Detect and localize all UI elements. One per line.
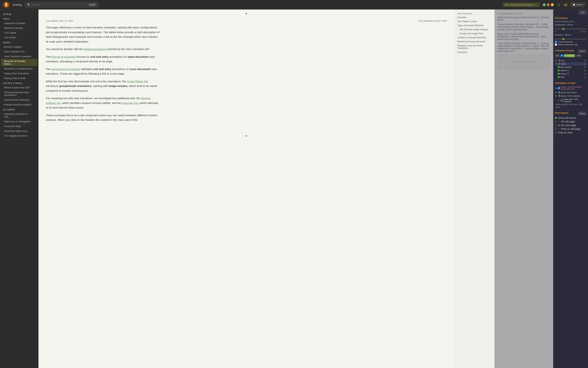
expand-icon: ▶	[556, 59, 558, 62]
filter-radio-all[interactable]	[555, 117, 557, 119]
sidebar-item-styling-view[interactable]: Styling View Transitions	[1, 71, 37, 76]
sidebar-item-structure-pseudo[interactable]: Structure of Pseudo-Eleme...	[1, 59, 37, 66]
reset-groups-button[interactable]: Reset	[578, 49, 587, 53]
in-viewport-checkbox[interactable]	[560, 55, 563, 57]
bsky-dot	[558, 76, 560, 78]
article-paragraph-5: While the first two sets demonstrate exi…	[46, 79, 159, 93]
sidebar-item-turn-signal-directions[interactable]: Turn Signal Directions	[1, 133, 37, 138]
filter-reset-button[interactable]: Reset	[578, 112, 587, 115]
tag-row: old in viewport new	[555, 54, 587, 57]
root-dot	[559, 60, 560, 61]
sidebar-item-turn-signal[interactable]: Turn-Signal	[1, 30, 37, 35]
sidebar-item-inspection-chamber[interactable]: Inspection Chamber	[1, 21, 37, 26]
tree-item-bsky[interactable]: bsky ⊞	[555, 75, 587, 79]
site-logo[interactable]: 🍺	[3, 1, 9, 8]
toc-item-delaying[interactable]: Delaying Cross Document Transitions	[454, 44, 495, 50]
sidebar-item-view-transition-examples[interactable]: View Transition Examples	[1, 54, 37, 59]
toc-item-groups-image[interactable]: Groups and Image-Pairs	[454, 32, 495, 36]
toc-item-types-pseudo[interactable]: Types of Pseudo-Elements	[454, 23, 495, 28]
sidebar-item-element-crossing[interactable]: Element Crossing	[1, 26, 37, 30]
sidebar-item-where-css[interactable]: Where to place the CSS	[1, 85, 37, 90]
article-paragraph-1: This page references a series of view tr…	[46, 25, 159, 44]
filter-new-page: On new page	[555, 124, 587, 127]
tag-old[interactable]: old	[555, 54, 560, 57]
tree-item-vtbag-h0[interactable]: vtbag-h-0 ⊞	[555, 72, 587, 75]
unselected-slider[interactable]	[555, 29, 587, 29]
sidebar-demos-label: All Demos	[0, 107, 38, 111]
named-elements-checkbox[interactable]	[555, 44, 557, 46]
filter-show-all: Show all names	[555, 116, 587, 119]
improved-set-link[interactable]: Improved Set	[122, 101, 138, 104]
filter-radio-old[interactable]	[555, 120, 557, 123]
filter-radio-only-new[interactable]	[555, 131, 557, 134]
sidebar-item-inspection-action[interactable]: Inspection Chamber in Acti...	[1, 112, 37, 119]
search-bar[interactable]: 🔍 Ctrl K	[25, 2, 98, 8]
filter-radio-only-old[interactable]	[555, 128, 557, 130]
topbar: 🍺 @vtbag 🔍 Ctrl K tions, hide old and ne…	[0, 0, 588, 9]
filter-swatch-new	[558, 124, 560, 126]
first-set-link[interactable]: first set of examples	[51, 55, 76, 58]
tree-item-vtbag-h1[interactable]: vtbag-h-1 ⊞	[555, 69, 587, 72]
content-area: ▲ Last updated: Nov 12, 2024 First publi…	[38, 9, 588, 368]
tree-item-title-heading[interactable]: title-heading ⊞	[555, 65, 587, 69]
filter-swatch-old	[558, 121, 560, 122]
slider-labels-unselected: 0 500 ms	[555, 31, 587, 33]
sidebar-item-state-loss[interactable]: State Loss on Navigation	[1, 119, 37, 124]
sidebar-item-mechanics-default[interactable]: Mechanics of Default Anim...	[1, 66, 37, 71]
filter-label-new: On new page	[561, 124, 576, 127]
sidebar-username[interactable]: @vtbag	[0, 12, 38, 16]
frame-elements-checkbox[interactable]	[555, 41, 557, 43]
sidebar-item-avoid-pointer[interactable]: Avoid Pointer Flickering	[1, 98, 37, 102]
nav-up-arrow[interactable]: ▲	[38, 9, 454, 17]
theme-selector[interactable]: 🔲 Auto ▾	[570, 2, 585, 7]
sidebar-item-playing-hide[interactable]: Playing Hide & Seek	[1, 76, 37, 81]
anim-group3-item[interactable]: ▶ group: CSS snapshot	[555, 94, 587, 98]
maximize-button[interactable]	[543, 3, 546, 6]
search-input[interactable]	[32, 3, 87, 6]
tree-label-vtbag-h1: vtbag-h-1	[560, 69, 569, 72]
tree-label-main: main	[561, 63, 565, 65]
tree-item-root[interactable]: ▶ root ⊞	[555, 59, 587, 62]
sidebar-item-preserved-state[interactable]: Preserved State	[1, 124, 37, 129]
filter-radio-new[interactable]	[555, 124, 557, 126]
toc-item-overview[interactable]: Overview	[454, 15, 495, 19]
anim-group1-item[interactable]: ▶ group: -ua-view-transition-group-anim-…	[555, 85, 587, 91]
image-morph-link[interactable]: Image Morph Set	[127, 80, 148, 83]
animations-of-main-title: Animations of main:	[555, 82, 587, 84]
tag-new[interactable]: new	[576, 54, 582, 57]
tag-in-viewport[interactable]: in viewport	[564, 54, 575, 57]
window-controls	[543, 3, 554, 6]
toc-item-theater-curtain[interactable]: The Theater Curtain	[454, 19, 495, 23]
sidebar-item-view-transition-api[interactable]: View Transition API	[1, 49, 37, 54]
group1-checkbox[interactable]	[558, 87, 560, 89]
minimize-button[interactable]	[551, 3, 554, 6]
article-paragraph-4: The second set of examples highlights ex…	[46, 67, 159, 76]
toc-item-footnotes[interactable]: Footnotes	[454, 50, 495, 54]
sidebar-item-browser-support[interactable]: Browser Support	[1, 45, 37, 49]
site-handle: @vtbag	[12, 3, 22, 6]
toc-item-rendering[interactable]: Rendering Pseudo-Elements	[454, 40, 495, 44]
sidebar: @vtbag Tools Inspection Chamber Element …	[0, 9, 38, 368]
unselected-row: Unselected: 128 ms	[555, 24, 587, 26]
butterfly-icon[interactable]: 🦋	[563, 3, 568, 7]
second-set-link[interactable]: second set of examples	[51, 67, 80, 71]
first-published: First published: Aug 20, 2024	[418, 20, 447, 22]
anim-group2-item[interactable]: ▶ group: live values	[555, 91, 587, 94]
close-button[interactable]	[547, 3, 550, 6]
unselected-value: 128 ms	[567, 24, 573, 26]
sidebar-item-preserved-state-exp[interactable]: Preserved State (exp.)	[1, 129, 37, 133]
github-icon[interactable]: ⌥	[557, 3, 560, 7]
sidebar-item-cam-shaft[interactable]: Cam-Shaft	[1, 35, 37, 40]
toc-item-creation[interactable]: Creation of Pseudo-Elements	[454, 36, 495, 40]
expand-group3: ▶	[556, 95, 558, 97]
toc-item-old-new-image[interactable]: Old and New Image Pseudos	[454, 28, 495, 32]
animation-groups-title: Animation Groups	[555, 49, 574, 52]
nav-down-arrow[interactable]: ▼	[38, 133, 454, 140]
exit-button[interactable]: Exit	[579, 10, 587, 15]
selected-slider[interactable]	[555, 39, 587, 39]
sidebar-item-flickering[interactable]: Flickering during morph animations?	[1, 90, 37, 97]
anim-image-pair-item[interactable]: ▼ image-pair: CSS snapshot	[555, 98, 587, 103]
tree-item-main[interactable]: ▼ main ⊞	[555, 62, 587, 65]
default-animations-link[interactable]: default animations	[84, 47, 106, 51]
sidebar-item-pseudo-smooth[interactable]: Pseudo-smooth-scrolling?	[1, 102, 37, 107]
